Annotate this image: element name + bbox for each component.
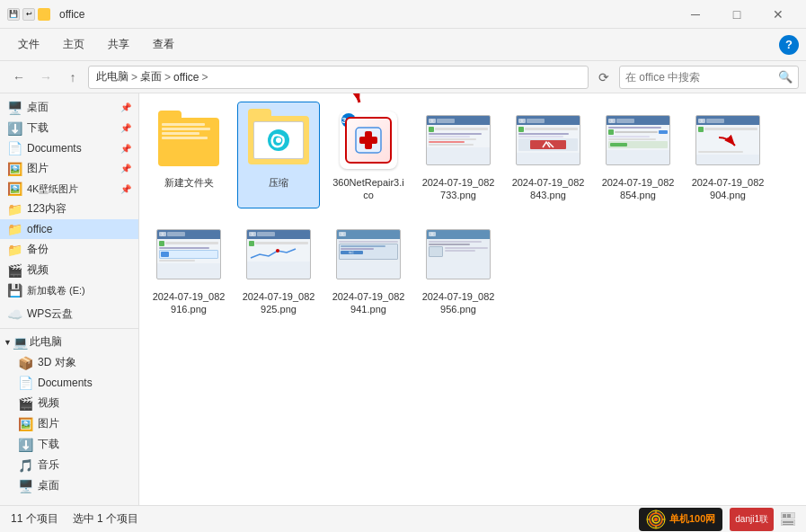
- sidebar-item-videos[interactable]: 🎬 视频: [0, 260, 138, 280]
- file-item-ss733[interactable]: 文: [418, 102, 499, 208]
- sidebar-item-documents[interactable]: 📄 Documents 📌: [0, 138, 138, 158]
- content-area: 新建文件夹: [139, 93, 806, 505]
- large-icon-view[interactable]: [781, 512, 795, 519]
- sidebar-item-123content[interactable]: 📁 123内容: [0, 199, 138, 219]
- undo-icon[interactable]: ↩: [22, 8, 35, 21]
- file-label: 2024-07-19_082941.png: [332, 290, 405, 316]
- pin-icon: 📌: [120, 123, 131, 133]
- file-item-ss941[interactable]: 文 确定: [328, 217, 409, 322]
- svg-point-1: [276, 137, 281, 143]
- ss-thumbnail-956: 文: [426, 222, 491, 287]
- title-bar-controls: ─ □ ✕: [675, 0, 799, 29]
- file-label: 新建文件夹: [164, 176, 214, 189]
- help-button[interactable]: ?: [779, 35, 799, 55]
- list-view[interactable]: [781, 519, 795, 526]
- vids2-icon: 🎬: [18, 396, 32, 411]
- file-label: 压缩: [269, 176, 288, 189]
- toolbar: 文件 主页 共享 查看 ?: [0, 29, 806, 61]
- path-pc: 此电脑: [96, 69, 128, 84]
- path-office: office: [173, 71, 199, 84]
- save-icon[interactable]: 💾: [7, 8, 20, 21]
- sidebar-item-desktop[interactable]: 🖥️ 桌面 📌: [0, 97, 138, 118]
- logo-text: 单机100网: [669, 512, 715, 526]
- docs2-icon: 📄: [18, 376, 32, 390]
- sidebar-item-3d[interactable]: 📦 3D 对象: [0, 352, 138, 373]
- status-info: 11 个项目 选中 1 个项目: [11, 511, 138, 527]
- folder-thumbnail: [156, 108, 221, 173]
- danji-sub[interactable]: danji1联: [730, 508, 774, 531]
- path-desktop: 桌面: [140, 69, 162, 84]
- file-item-netrepair[interactable]: 360 360NetRepair3.ico: [328, 102, 409, 208]
- sidebar-item-vids2[interactable]: 🎬 视频: [0, 393, 138, 413]
- chevron-down-icon: ▼: [4, 338, 12, 347]
- sidebar-item-dl2[interactable]: ⬇️ 下载: [0, 434, 138, 455]
- view-menu-button[interactable]: 查看: [142, 32, 185, 58]
- desk2-icon: 🖥️: [18, 479, 32, 493]
- sidebar-item-docs2[interactable]: 📄 Documents: [0, 373, 138, 393]
- arrow-in-thumb: [715, 134, 740, 150]
- repair-icon: [352, 124, 385, 156]
- address-path[interactable]: 此电脑 > 桌面 > office >: [88, 66, 589, 89]
- up-button[interactable]: ↑: [61, 66, 84, 89]
- file-menu-button[interactable]: 文件: [7, 32, 50, 58]
- 3d-icon: 📦: [18, 356, 32, 370]
- svg-point-8: [276, 249, 279, 253]
- file-label: 2024-07-19_082733.png: [421, 176, 495, 202]
- ss-thumbnail-854: 文: [606, 108, 670, 173]
- address-bar: ← → ↑ 此电脑 > 桌面 > office > ⟳ 🔍: [0, 61, 806, 93]
- sidebar-item-office[interactable]: 📁 office: [0, 219, 138, 239]
- close-button[interactable]: ✕: [757, 0, 799, 29]
- sidebar-item-wallpapers[interactable]: 🖼️ 4K壁纸图片 📌: [0, 179, 138, 199]
- minimize-button[interactable]: ─: [675, 0, 716, 29]
- search-box[interactable]: 🔍: [619, 66, 799, 89]
- back-button[interactable]: ←: [7, 66, 31, 89]
- file-item-ss843[interactable]: 文: [508, 102, 589, 208]
- share-menu-button[interactable]: 共享: [97, 32, 140, 58]
- file-item-ss925[interactable]: 文: [238, 217, 319, 322]
- ss-thumbnail-843: 文: [516, 108, 580, 173]
- file-item-ss854[interactable]: 文: [598, 102, 678, 208]
- ss-thumbnail-941: 文 确定: [336, 222, 401, 287]
- status-right: + 单机100网 danji1联: [639, 508, 795, 531]
- main-layout: 🖥️ 桌面 📌 ⬇️ 下载 📌 📄 Documents 📌 🖼️ 图片 📌 🖼️…: [0, 93, 806, 505]
- sidebar-item-desk2[interactable]: 🖥️ 桌面: [0, 475, 138, 496]
- pin-icon: 📌: [120, 102, 131, 112]
- file-label: 2024-07-19_082843.png: [511, 176, 585, 202]
- file-label: 2024-07-19_082925.png: [242, 290, 315, 316]
- search-input[interactable]: [625, 71, 775, 84]
- documents-icon: 📄: [7, 141, 22, 155]
- images-icon: 🖼️: [7, 162, 22, 176]
- wps-icon: ☁️: [7, 307, 22, 322]
- danji-logo[interactable]: + 单机100网: [639, 508, 722, 531]
- ss-thumbnail-904: 文: [695, 108, 760, 173]
- file-label: 2024-07-19_082904.png: [691, 176, 765, 202]
- sidebar-item-newvolume[interactable]: 💾 新加载卷 (E:): [0, 280, 138, 300]
- home-menu-button[interactable]: 主页: [52, 32, 95, 58]
- ico-thumbnail: 360: [336, 108, 401, 173]
- sidebar-item-downloads[interactable]: ⬇️ 下载 📌: [0, 118, 138, 138]
- file-item-new-folder[interactable]: 新建文件夹: [148, 102, 229, 208]
- pin-icon: 📌: [120, 164, 131, 173]
- this-pc-header[interactable]: ▼ 💻 此电脑: [0, 332, 138, 352]
- search-icon[interactable]: 🔍: [778, 70, 793, 84]
- chart-in-thumb: [249, 247, 303, 260]
- desktop-icon: 🖥️: [7, 101, 22, 115]
- svg-rect-4: [359, 137, 377, 144]
- sidebar-item-backup[interactable]: 📁 备份: [0, 239, 138, 260]
- backup-icon: 📁: [7, 243, 22, 257]
- sidebar-item-images[interactable]: 🖼️ 图片 📌: [0, 158, 138, 179]
- sidebar-item-wps[interactable]: ☁️ WPS云盘: [0, 304, 138, 324]
- sidebar-item-music[interactable]: 🎵 音乐: [0, 455, 138, 475]
- file-item-ss956[interactable]: 文: [418, 217, 499, 322]
- status-bar: 11 个项目 选中 1 个项目 + 单机100网 danji1联: [0, 505, 806, 532]
- maximize-button[interactable]: □: [716, 0, 757, 29]
- file-item-compressed[interactable]: 压缩: [238, 102, 319, 208]
- refresh-button[interactable]: ⟳: [592, 66, 616, 89]
- target-icon: +: [646, 510, 666, 529]
- file-item-ss916[interactable]: 文: [148, 217, 229, 322]
- pics2-icon: 🖼️: [18, 417, 32, 431]
- file-grid: 新建文件夹: [148, 102, 797, 321]
- sidebar-item-pics2[interactable]: 🖼️ 图片: [0, 413, 138, 434]
- forward-button[interactable]: →: [34, 66, 58, 89]
- file-item-ss904[interactable]: 文: [687, 102, 768, 208]
